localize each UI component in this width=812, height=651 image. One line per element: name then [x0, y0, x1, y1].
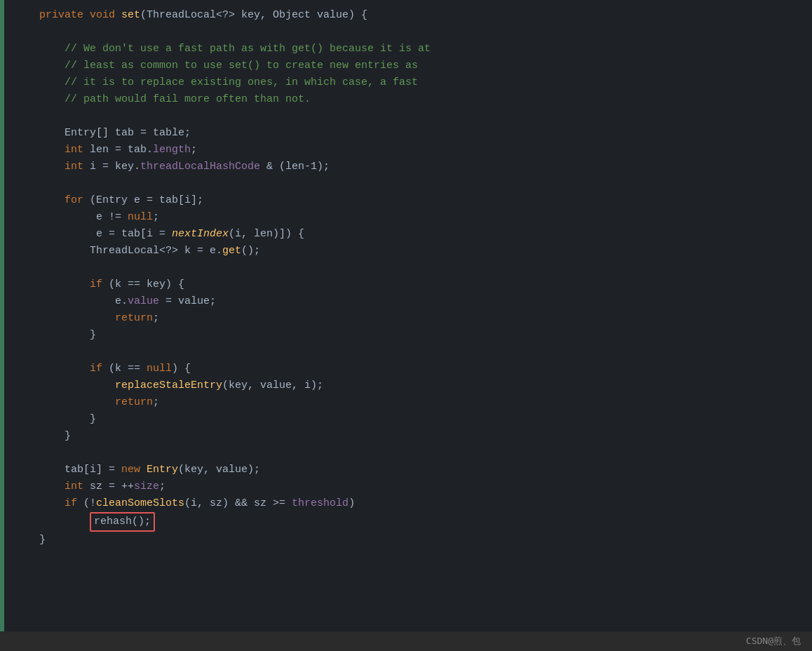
line-content: } [14, 411, 96, 428]
line-content: e != null; [14, 209, 159, 226]
code-line: int sz = ++size; [0, 478, 812, 495]
code-line: if (k == key) { [0, 276, 812, 293]
watermark-text: CSDN@煎、包 [746, 635, 801, 647]
line-content: } [14, 327, 96, 344]
code-line [0, 24, 812, 41]
code-line: // path would fail more often than not. [0, 91, 812, 108]
line-content: e = tab[i = nextIndex(i, len)]) { [14, 226, 304, 243]
code-line [0, 175, 812, 192]
code-line: } [0, 428, 812, 445]
code-line: // We don't use a fast path as with get(… [0, 41, 812, 58]
line-content: int sz = ++size; [14, 478, 165, 495]
code-editor: private void set(ThreadLocal<?> key, Obj… [0, 0, 812, 631]
line-content: // We don't use a fast path as with get(… [14, 41, 431, 58]
code-line: ThreadLocal<?> k = e.get(); [0, 243, 812, 260]
code-line: } [0, 327, 812, 344]
code-line: e != null; [0, 209, 812, 226]
code-line [0, 445, 812, 462]
code-line [0, 108, 812, 125]
line-content: if (k == null) { [14, 361, 191, 377]
line-content: int i = key.threadLocalHashCode & (len-1… [14, 159, 330, 175]
line-content: if (k == key) { [14, 276, 184, 293]
line-content: int len = tab.length; [14, 142, 197, 159]
line-content: // it is to replace existing ones, in wh… [14, 74, 418, 91]
line-content: } [14, 428, 71, 445]
code-line: private void set(ThreadLocal<?> key, Obj… [0, 7, 812, 24]
line-content: ThreadLocal<?> k = e.get(); [14, 243, 260, 260]
code-line: rehash(); [0, 512, 812, 532]
line-content: private void set(ThreadLocal<?> key, Obj… [14, 7, 367, 24]
code-content: private void set(ThreadLocal<?> key, Obj… [0, 7, 812, 549]
code-line: for (Entry e = tab[i]; [0, 192, 812, 209]
line-content: return; [14, 310, 159, 327]
highlighted-call: rehash(); [90, 512, 155, 532]
line-content: tab[i] = new Entry(key, value); [14, 462, 260, 478]
code-line: } [0, 411, 812, 428]
footer-bar: CSDN@煎、包 [0, 631, 812, 651]
line-content: e.value = value; [14, 293, 216, 310]
code-line: return; [0, 310, 812, 327]
code-line: e.value = value; [0, 293, 812, 310]
line-content: } [14, 532, 46, 549]
code-line: Entry[] tab = table; [0, 125, 812, 142]
line-content: for (Entry e = tab[i]; [14, 192, 203, 209]
code-line: } [0, 532, 812, 549]
code-line: // it is to replace existing ones, in wh… [0, 74, 812, 91]
line-content: replaceStaleEntry(key, value, i); [14, 377, 323, 394]
code-line [0, 260, 812, 276]
line-content: // least as common to use set() to creat… [14, 58, 418, 74]
code-line: if (k == null) { [0, 361, 812, 377]
left-accent-border [0, 0, 4, 631]
code-line: e = tab[i = nextIndex(i, len)]) { [0, 226, 812, 243]
code-line: tab[i] = new Entry(key, value); [0, 462, 812, 478]
code-line: return; [0, 394, 812, 411]
code-line [0, 344, 812, 361]
line-content: rehash(); [14, 512, 155, 532]
code-line: int i = key.threadLocalHashCode & (len-1… [0, 159, 812, 175]
line-content: Entry[] tab = table; [14, 125, 191, 142]
code-line: // least as common to use set() to creat… [0, 58, 812, 74]
line-content: return; [14, 394, 159, 411]
line-content: // path would fail more often than not. [14, 91, 311, 108]
line-content: if (!cleanSomeSlots(i, sz) && sz >= thre… [14, 495, 355, 512]
code-line: replaceStaleEntry(key, value, i); [0, 377, 812, 394]
code-line: if (!cleanSomeSlots(i, sz) && sz >= thre… [0, 495, 812, 512]
code-line: int len = tab.length; [0, 142, 812, 159]
